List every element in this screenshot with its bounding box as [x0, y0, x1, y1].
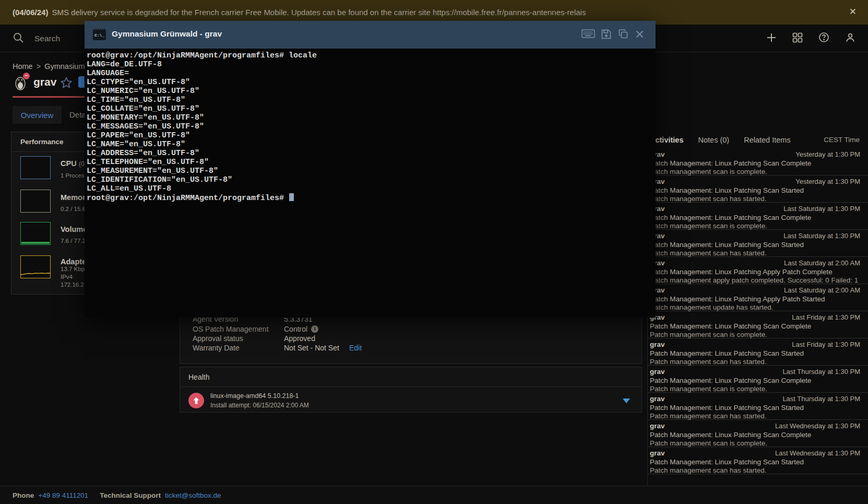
activity-device: grav: [650, 449, 665, 457]
activity-timestamp: Last Wednesday at 1:30 PM: [775, 449, 860, 457]
volumes-sub: 7.6 / 77.2: [61, 238, 86, 244]
keyboard-icon[interactable]: [581, 29, 595, 41]
approval-status-value: Approved: [284, 334, 315, 343]
tab-overview[interactable]: Overview: [13, 106, 62, 124]
terminal-body[interactable]: root@grav:/opt/NinjaRMMAgent/programfile…: [85, 49, 656, 318]
terminal-title: Gymnasium Grünwald - grav: [112, 29, 222, 39]
activity-item[interactable]: grav Last Saturday at 2:00 AM Patch Mana…: [648, 284, 868, 311]
terminal-window-icon: C:\_: [93, 29, 106, 40]
warranty-edit-link[interactable]: Edit: [349, 344, 362, 352]
activity-title: Patch Management: Linux Patching Scan St…: [650, 458, 804, 466]
activity-title: Patch Management: Linux Patching Scan Co…: [650, 431, 811, 439]
support-link[interactable]: ticket@softbox.de: [165, 491, 221, 499]
activity-item[interactable]: grav Last Friday at 1:30 PM Patch Manage…: [648, 338, 868, 366]
activity-timestamp: Yesterday at 1:30 PM: [795, 150, 860, 158]
health-item-name: linux-image-amd64 5.10.218-1: [210, 392, 299, 400]
activity-title: Patch Management: Linux Patching Scan St…: [650, 186, 804, 194]
activity-title: Patch Management: Linux Patching Scan Co…: [650, 214, 811, 221]
activity-title: Patch Management: Linux Patching Scan Co…: [650, 377, 811, 384]
activity-item[interactable]: grav Last Wednesday at 1:30 PM Patch Man…: [648, 447, 868, 474]
activity-timestamp: Last Wednesday at 1:30 PM: [775, 422, 860, 430]
adapters-sub-speed: 13.7 Kbps: [61, 266, 88, 272]
activity-description: Patch management scan has started.: [650, 412, 767, 420]
timezone-label: CEST Time: [824, 136, 860, 144]
activity-title: Patch Management: Linux Patching Scan St…: [650, 404, 804, 412]
activity-item[interactable]: grav Last Saturday at 2:00 AM Patch Mana…: [648, 257, 868, 284]
health-divider: [180, 386, 641, 387]
volumes-sparkline[interactable]: [20, 222, 51, 245]
activity-timestamp: Last Friday at 1:30 PM: [792, 313, 860, 321]
activity-item[interactable]: grav Yesterday at 1:30 PM Patch Manageme…: [648, 175, 868, 203]
activity-title: Patch Management: Linux Patching Scan Co…: [650, 159, 811, 167]
banner-close-icon[interactable]: ✕: [849, 6, 857, 17]
device-name: grav: [33, 76, 56, 88]
activity-item[interactable]: grav Last Thursday at 1:30 PM Patch Mana…: [648, 393, 868, 420]
app-screen: (04/06/24) SMS delivery service is degra…: [0, 0, 868, 504]
activity-description: Patch management apply patch completed. …: [650, 276, 858, 284]
activity-timestamp: Last Saturday at 1:30 PM: [783, 205, 860, 213]
banner-message: SMS delivery service is degraded for the…: [52, 8, 586, 17]
activity-item[interactable]: grav Last Wednesday at 1:30 PM Patch Man…: [648, 420, 868, 447]
favorite-star-icon[interactable]: [61, 77, 72, 90]
terminal-modal: C:\_ Gymnasium Grünwald - grav: [85, 21, 656, 318]
search-input[interactable]: Search: [34, 34, 60, 43]
activity-description: Patch management scan has started.: [650, 249, 767, 257]
copy-icon[interactable]: [618, 29, 628, 41]
activity-item[interactable]: grav Last Saturday at 1:30 PM Patch Mana…: [648, 203, 868, 230]
expand-caret-icon[interactable]: [623, 398, 630, 403]
close-icon[interactable]: [635, 30, 644, 41]
cpu-sparkline[interactable]: [20, 156, 51, 179]
volumes-fill-bar: [21, 242, 50, 244]
health-title: Health: [188, 373, 209, 381]
apps-grid-icon[interactable]: [792, 32, 803, 43]
activity-device: grav: [650, 422, 665, 430]
info-icon[interactable]: i: [311, 325, 318, 333]
activity-title: Patch Management: Linux Patching Apply P…: [650, 268, 833, 276]
activity-item[interactable]: grav Yesterday at 1:30 PM Patch Manageme…: [648, 148, 868, 175]
activity-description: Patch management scan is complete.: [650, 331, 767, 338]
tab-notes[interactable]: Notes (0): [698, 136, 730, 144]
breadcrumb-current[interactable]: Gymnasium (: [44, 62, 89, 71]
activity-title: Patch Management: Linux Patching Scan St…: [650, 349, 804, 357]
phone-link[interactable]: +49 89 4111201: [38, 491, 88, 499]
terminal-titlebar[interactable]: C:\_ Gymnasium Grünwald - grav: [85, 21, 656, 49]
update-alert-icon: [188, 393, 204, 408]
adapters-sub-proto: IPv4: [61, 274, 73, 280]
search-icon[interactable]: [13, 32, 24, 45]
activity-timestamp: Last Saturday at 2:00 AM: [784, 259, 860, 267]
activity-timestamp: Last Thursday at 1:30 PM: [782, 395, 860, 403]
activity-description: Patch management scan has started.: [650, 466, 767, 474]
banner-date: (04/06/24): [13, 8, 48, 17]
activity-title: Patch Management: Linux Patching Scan Co…: [650, 322, 811, 330]
activity-description: Patch management scan is complete.: [650, 439, 767, 447]
activity-description: Patch management scan has started.: [650, 195, 767, 203]
footer: Phone +49 89 4111201 Technical Support t…: [0, 486, 868, 504]
activity-item[interactable]: grav Last Saturday at 1:30 PM Patch Mana…: [648, 230, 868, 257]
tab-related-items[interactable]: Related Items: [744, 136, 790, 144]
activity-timestamp: Yesterday at 1:30 PM: [795, 178, 860, 185]
breadcrumb-home[interactable]: Home: [13, 62, 33, 71]
activities-panel: Activities Notes (0) Related Items CEST …: [647, 52, 868, 486]
breadcrumb: Home>Gymnasium (: [13, 62, 89, 71]
activity-description: Patch management scan is complete.: [650, 222, 767, 230]
activity-item[interactable]: grav Last Friday at 1:30 PM Patch Manage…: [648, 311, 868, 338]
save-icon[interactable]: [601, 29, 612, 42]
warranty-date-label: Warranty Date: [193, 344, 240, 352]
user-icon[interactable]: [845, 32, 855, 43]
memory-sub: 0.2 / 15.6: [61, 206, 86, 212]
warranty-date-value: Not Set - Not Set: [284, 344, 339, 352]
add-icon[interactable]: [766, 32, 777, 43]
help-icon[interactable]: [818, 32, 829, 43]
activity-title: Patch Management: Linux Patching Scan St…: [650, 241, 804, 249]
activity-item[interactable]: grav Last Thursday at 1:30 PM Patch Mana…: [648, 366, 868, 393]
activity-description: Patch management scan is complete.: [650, 385, 767, 393]
activity-title: Patch Management: Linux Patching Apply P…: [650, 295, 825, 303]
alert-underline: [13, 96, 91, 98]
memory-sparkline[interactable]: [20, 190, 51, 213]
device-alert-badge: –: [23, 73, 30, 79]
adapters-sparkline[interactable]: [20, 255, 51, 278]
os-patch-management-label: OS Patch Management: [193, 325, 269, 333]
health-item-attempt: Install attempt: 06/15/2024 2:00 AM: [210, 402, 309, 409]
activity-device: grav: [650, 395, 665, 403]
breadcrumb-separator: >: [37, 62, 41, 71]
